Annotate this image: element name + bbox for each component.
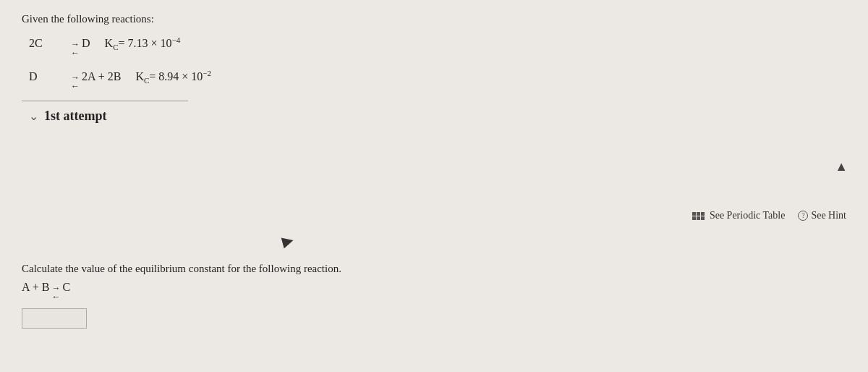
bottom-reaction: A + B → ← C — [22, 281, 341, 301]
see-hint-link[interactable]: ? See Hint — [798, 210, 846, 221]
reaction1-kc-exp: −4 — [172, 35, 181, 44]
page-container: Given the following reactions: 2C → ← D … — [0, 0, 868, 372]
reaction2-rhs: 2A + 2B — [82, 67, 121, 86]
see-hint-label: See Hint — [811, 210, 846, 221]
bottom-reaction-rhs: C — [62, 281, 70, 294]
reaction1-kc-sub: C — [113, 43, 118, 51]
periodic-table-label: See Periodic Table — [710, 210, 786, 221]
chevron-down-icon[interactable]: ⌄ — [29, 109, 38, 123]
reaction2-lhs: D — [29, 67, 69, 86]
reaction-row-1: 2C → ← D KC= 7.13 × 10−4 — [29, 34, 846, 57]
periodic-table-link[interactable]: See Periodic Table — [692, 210, 786, 221]
top-section: Given the following reactions: 2C → ← D … — [0, 0, 868, 124]
attempt-section: ⌄ 1st attempt — [22, 109, 846, 124]
section-divider — [22, 101, 188, 101]
cursor-arrow-icon: ▶ — [280, 230, 295, 250]
reaction1-arrow-container: → ← — [71, 40, 80, 57]
calculate-instruction: Calculate the value of the equilibrium c… — [22, 263, 341, 275]
reaction1-rhs: D — [82, 34, 90, 53]
pt-cell — [692, 212, 696, 216]
hint-icon: ? — [798, 211, 808, 221]
reaction2-kc: KC= 8.94 × 10−2 — [135, 67, 211, 86]
reaction1-lhs: 2C — [29, 34, 69, 53]
attempt-label: 1st attempt — [44, 109, 106, 124]
pt-cell — [701, 212, 705, 216]
reaction2-arrow-container: → ← — [71, 73, 80, 90]
tools-bar: See Periodic Table ? See Hint — [692, 210, 846, 221]
reaction2-kc-exp: −2 — [203, 69, 211, 77]
reaction-row-2: D → ← 2A + 2B KC= 8.94 × 10−2 — [29, 67, 846, 90]
reactions-block: 2C → ← D KC= 7.13 × 10−4 D → ← 2A + 2B — [29, 34, 846, 90]
pt-cell — [697, 216, 700, 220]
answer-input[interactable] — [22, 308, 87, 329]
chevron-up-icon[interactable]: ▲ — [835, 159, 848, 174]
reaction1-arrow-back: ← — [71, 48, 80, 57]
pt-cell — [697, 212, 700, 216]
reaction2-arrow-back: ← — [71, 82, 80, 90]
reaction2-kc-sub: C — [144, 76, 149, 85]
given-text: Given the following reactions: — [22, 13, 846, 25]
pt-cell — [701, 216, 705, 220]
bottom-reaction-lhs: A + B — [22, 281, 49, 294]
reaction1-kc: KC= 7.13 × 10−4 — [105, 34, 181, 53]
pt-cell — [692, 216, 696, 220]
bottom-reaction-arrow-container: → ← — [51, 284, 60, 301]
periodic-table-icon — [692, 212, 705, 220]
bottom-arrow-back: ← — [51, 292, 60, 301]
calculate-section: Calculate the value of the equilibrium c… — [22, 263, 341, 329]
